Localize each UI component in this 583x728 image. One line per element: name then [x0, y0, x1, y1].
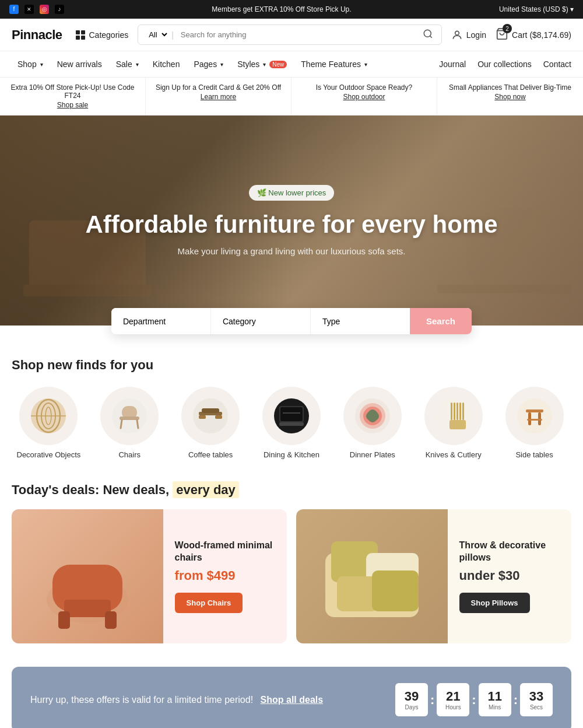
cart-button[interactable]: 2 Cart ($8,174.69) [496, 27, 571, 42]
promo-link-3[interactable]: Shop now [442, 93, 578, 101]
type-dropdown[interactable]: Type [322, 317, 398, 326]
department-dropdown[interactable]: Department [123, 317, 199, 326]
svg-rect-52 [372, 570, 419, 611]
deal-chairs-image [12, 509, 163, 643]
hero-title: Affordable furniture for every home [85, 210, 497, 239]
search-button[interactable] [420, 26, 436, 43]
chevron-down-icon: ▾ [220, 61, 223, 68]
login-button[interactable]: Login [451, 29, 486, 41]
promo-item-3: Small Appliances That Deliver Big-Time S… [437, 78, 583, 115]
new-badge: New [269, 61, 287, 68]
timer-hours: 21 Hours [437, 683, 469, 716]
nav-item-shop[interactable]: Shop ▾ [12, 51, 49, 77]
shop-new-section: Shop new finds for you Decorative Object… [0, 334, 583, 482]
category-knives-cutlery-image [424, 387, 483, 445]
nav-item-theme-features[interactable]: Theme Features ▾ [295, 51, 373, 77]
category-dinner-plates-label: Dinner Plates [350, 450, 395, 459]
hero-content: New lower prices Affordable furniture fo… [85, 185, 497, 256]
svg-rect-39 [526, 410, 543, 412]
svg-rect-21 [215, 415, 222, 419]
svg-rect-32 [451, 402, 452, 420]
timer-hours-value: 21 [445, 689, 461, 704]
nav-contact[interactable]: Contact [543, 51, 571, 77]
countdown-text: Hurry up, these offers is valid for a li… [30, 695, 323, 705]
cart-icon: 2 [496, 27, 508, 42]
svg-line-16 [121, 420, 122, 428]
svg-point-0 [424, 30, 431, 37]
category-chairs[interactable]: Chairs [93, 387, 167, 459]
top-bar: f ✕ ◎ ♪ Members get EXTRA 10% Off Store … [0, 0, 583, 19]
timer-secs-value: 33 [528, 689, 545, 704]
category-chairs-label: Chairs [118, 450, 141, 459]
tiktok-icon[interactable]: ♪ [55, 5, 64, 14]
shop-new-title: Shop new finds for you [12, 358, 571, 373]
deal-pillows-content: Throw & decorative pillows under $30 Sho… [448, 509, 571, 643]
promo-item-0: Extra 10% Off Store Pick-Up! Use Code FT… [0, 78, 146, 115]
svg-rect-36 [462, 402, 464, 420]
facebook-icon[interactable]: f [9, 5, 19, 14]
hero-subtitle: Make your living a grand living with our… [85, 246, 497, 256]
timer-separator-3: : [514, 692, 518, 708]
svg-rect-27 [279, 422, 304, 426]
category-dinner-plates[interactable]: Dinner Plates [335, 387, 409, 459]
topbar-region[interactable]: United States (USD $) ▾ [499, 5, 574, 13]
search-icon [423, 29, 433, 39]
category-dining-kitchen[interactable]: Dining & Kitchen [255, 387, 329, 459]
nav-item-sale[interactable]: Sale ▾ [110, 51, 145, 77]
svg-rect-20 [199, 415, 206, 419]
timer-mins-value: 11 [487, 689, 503, 704]
deals-section: Today's deals: New deals, every day Wood… [0, 482, 583, 667]
deals-highlight: every day [173, 481, 239, 498]
hero-section: New lower prices Affordable furniture fo… [0, 116, 583, 326]
category-decorative-objects[interactable]: Decorative Objects [12, 387, 86, 459]
category-coffee-tables-label: Coffee tables [188, 450, 233, 459]
countdown-banner: Hurry up, these offers is valid for a li… [12, 667, 571, 728]
promo-link-0[interactable]: Shop sale [5, 101, 141, 109]
timer-secs: 33 Secs [520, 683, 553, 716]
shop-all-deals-link[interactable]: Shop all deals [261, 695, 324, 705]
categories-button[interactable]: Categories [76, 30, 128, 40]
svg-rect-45 [64, 600, 111, 617]
logo[interactable]: Pinnacle [12, 27, 62, 43]
search-input[interactable] [176, 26, 420, 44]
hero-badge: New lower prices [249, 185, 335, 201]
search-category-select[interactable]: All [144, 25, 169, 44]
category-side-tables[interactable]: Side tables [497, 387, 571, 459]
timer-days-value: 39 [403, 689, 420, 704]
main-nav: Shop ▾ New arrivals Sale ▾ Kitchen Pages… [0, 51, 583, 78]
timer-mins: 11 Mins [479, 683, 511, 716]
nav-item-pages[interactable]: Pages ▾ [188, 51, 229, 77]
filter-search-button[interactable]: Search [410, 308, 472, 334]
header: Pinnacle Categories All | Login 2 Cart (… [0, 19, 583, 51]
cart-badge: 2 [503, 24, 512, 33]
instagram-icon[interactable]: ◎ [40, 5, 49, 14]
svg-point-2 [455, 31, 459, 35]
svg-point-38 [517, 398, 552, 433]
promo-link-1[interactable]: Learn more [150, 93, 286, 101]
type-select[interactable]: Type [311, 308, 410, 334]
nav-journal[interactable]: Journal [439, 51, 466, 77]
deal-pillows-image [296, 509, 448, 643]
category-select[interactable]: Category [211, 308, 311, 334]
category-side-tables-label: Side tables [515, 450, 553, 459]
category-dropdown[interactable]: Category [223, 317, 298, 326]
category-coffee-tables-image [181, 387, 240, 445]
nav-collections[interactable]: Our collections [477, 51, 532, 77]
deal-chairs-content: Wood-framed minimal chairs from $499 Sho… [163, 509, 287, 643]
shop-pillows-button[interactable]: Shop Pillows [459, 593, 530, 613]
shop-chairs-button[interactable]: Shop Chairs [175, 593, 243, 613]
svg-rect-47 [105, 611, 117, 629]
promo-link-2[interactable]: Shop outdoor [296, 93, 432, 101]
nav-item-new-arrivals[interactable]: New arrivals [51, 51, 108, 77]
nav-item-kitchen[interactable]: Kitchen [147, 51, 186, 77]
chevron-down-icon: ▾ [40, 61, 43, 68]
nav-item-styles[interactable]: Styles ▾ New [231, 51, 293, 77]
category-knives-cutlery[interactable]: Knives & Cutlery [416, 387, 490, 459]
department-select[interactable]: Department [111, 308, 211, 334]
category-coffee-tables[interactable]: Coffee tables [174, 387, 248, 459]
svg-rect-5 [23, 285, 152, 296]
category-dining-kitchen-image [262, 387, 321, 445]
svg-rect-37 [449, 420, 466, 429]
twitter-icon[interactable]: ✕ [24, 5, 34, 14]
social-links[interactable]: f ✕ ◎ ♪ [9, 5, 64, 14]
